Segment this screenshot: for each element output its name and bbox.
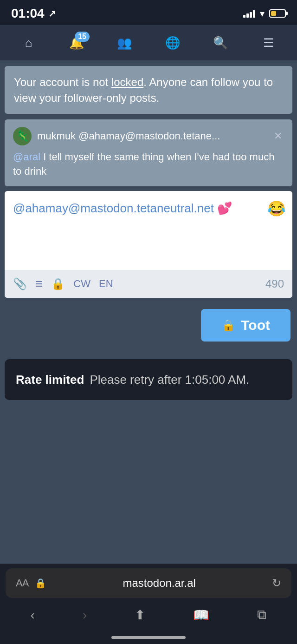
compose-area: @ahamay@mastodon.tetaneutral.net 💕 😂 📎 ≡… bbox=[5, 191, 292, 298]
alert-banner: Your account is not locked. Anyone can f… bbox=[5, 66, 292, 114]
status-bar: 01:04 ↗ ▾ bbox=[0, 0, 297, 25]
toot-lock-icon: 🔒 bbox=[221, 319, 235, 332]
url-text: mastodon.ar.al bbox=[53, 577, 265, 590]
reply-body: I tell myself the same thing when I've h… bbox=[13, 151, 274, 177]
reply-header: 🦎 mukmuk @ahamay@mastodon.tetane... ✕ bbox=[13, 127, 284, 145]
avatar: 🦎 bbox=[13, 127, 32, 145]
notification-badge: 15 bbox=[75, 32, 90, 42]
compose-emoji: 💕 bbox=[217, 201, 232, 215]
share-button[interactable]: ⬆ bbox=[127, 604, 153, 626]
nav-explore[interactable]: 🌐 bbox=[159, 33, 187, 53]
text-size-button[interactable]: AA bbox=[16, 577, 28, 589]
character-count: 490 bbox=[265, 277, 284, 290]
reply-username: mukmuk @ahamay@mastodon.tetane... bbox=[37, 130, 266, 142]
reply-mention: @aral bbox=[13, 151, 40, 163]
rate-limit-message: Please retry after 1:05:00 AM. bbox=[90, 371, 249, 388]
signal-icon bbox=[243, 9, 255, 18]
list-icon[interactable]: ≡ bbox=[35, 276, 43, 291]
rate-limit-bold: Rate limited bbox=[16, 371, 84, 388]
hamburger-icon: ☰ bbox=[263, 36, 274, 50]
back-button[interactable]: ‹ bbox=[23, 604, 42, 626]
globe-icon: 🌐 bbox=[165, 36, 180, 50]
nav-search[interactable]: 🔍 bbox=[207, 33, 234, 53]
nav-home[interactable]: ⌂ bbox=[15, 33, 43, 53]
tabs-button[interactable]: ⧉ bbox=[250, 604, 274, 626]
url-bar[interactable]: AA 🔒 mastodon.ar.al ↻ bbox=[6, 568, 291, 598]
community-icon: 👥 bbox=[117, 36, 132, 50]
location-icon: ↗ bbox=[48, 8, 56, 19]
avatar-emoji: 🦎 bbox=[16, 130, 29, 142]
attachment-icon[interactable]: 📎 bbox=[13, 277, 27, 290]
compose-text-area[interactable]: @ahamay@mastodon.tetaneutral.net 💕 😂 bbox=[5, 191, 292, 270]
status-icons: ▾ bbox=[243, 8, 286, 19]
browser-lock-icon: 🔒 bbox=[35, 578, 46, 589]
locked-link[interactable]: locked bbox=[111, 76, 143, 88]
wifi-icon: ▾ bbox=[260, 8, 265, 19]
content: Your account is not locked. Anyone can f… bbox=[0, 66, 297, 504]
bookmarks-button[interactable]: 📖 bbox=[186, 604, 217, 626]
reply-text: @aral I tell myself the same thing when … bbox=[13, 150, 284, 179]
close-button[interactable]: ✕ bbox=[272, 128, 284, 144]
search-icon: 🔍 bbox=[213, 36, 228, 50]
reply-preview: 🦎 mukmuk @ahamay@mastodon.tetane... ✕ @a… bbox=[5, 119, 292, 186]
nav-bar: ⌂ 🔔 15 👥 🌐 🔍 ☰ bbox=[0, 25, 297, 60]
browser-bar: AA 🔒 mastodon.ar.al ↻ ‹ › ⬆ 📖 ⧉ bbox=[0, 564, 297, 644]
toot-label: Toot bbox=[241, 317, 270, 333]
privacy-lock-icon[interactable]: 🔒 bbox=[51, 277, 65, 290]
toot-button-row: 🔒 Toot bbox=[0, 302, 297, 348]
rate-limit-banner: Rate limited Please retry after 1:05:00 … bbox=[5, 359, 292, 400]
cw-button[interactable]: CW bbox=[73, 278, 90, 290]
compose-toolbar: 📎 ≡ 🔒 CW EN 490 bbox=[5, 270, 292, 298]
language-button[interactable]: EN bbox=[99, 278, 113, 290]
home-icon: ⌂ bbox=[25, 36, 32, 50]
reload-button[interactable]: ↻ bbox=[272, 577, 281, 590]
status-time: 01:04 ↗ bbox=[11, 6, 56, 21]
nav-community[interactable]: 👥 bbox=[110, 33, 138, 53]
toot-button[interactable]: 🔒 Toot bbox=[201, 309, 291, 342]
emoji-picker-button[interactable]: 😂 bbox=[267, 197, 286, 220]
nav-menu[interactable]: ☰ bbox=[254, 33, 282, 53]
nav-notifications[interactable]: 🔔 15 bbox=[63, 33, 90, 53]
home-indicator bbox=[0, 631, 297, 644]
battery-icon bbox=[269, 9, 286, 18]
forward-button[interactable]: › bbox=[75, 604, 94, 626]
compose-mention: @ahamay@mastodon.tetaneutral.net bbox=[13, 201, 214, 215]
browser-nav-row: ‹ › ⬆ 📖 ⧉ bbox=[0, 600, 297, 631]
